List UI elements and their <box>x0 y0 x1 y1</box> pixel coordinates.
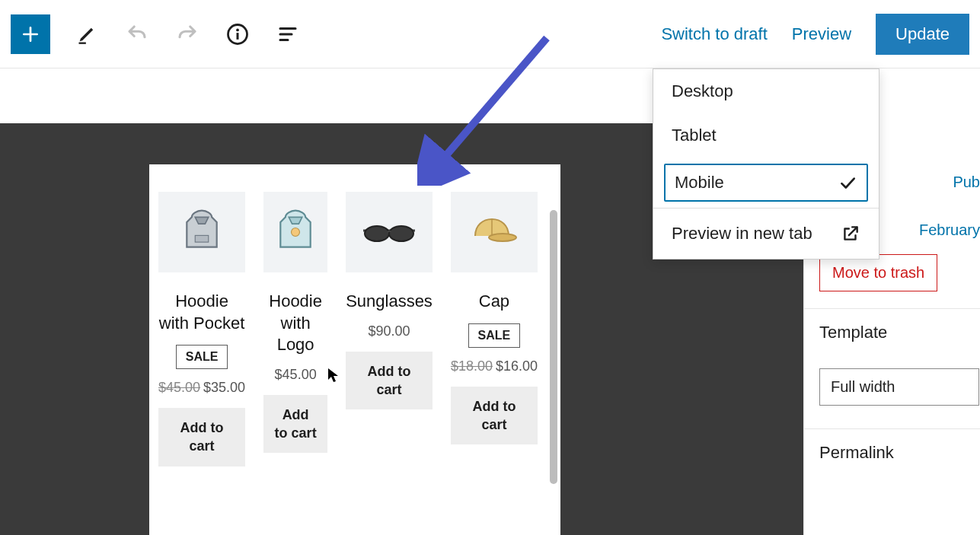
svg-rect-4 <box>195 235 209 242</box>
current-price: $16.00 <box>496 358 538 374</box>
edit-button[interactable] <box>73 21 101 48</box>
plus-icon <box>21 24 40 44</box>
product-card: Hoodie with Pocket SALE $45.00$35.00 Add… <box>158 192 245 467</box>
sale-badge: SALE <box>176 345 228 369</box>
move-to-trash-button[interactable]: Move to trash <box>819 254 937 291</box>
preview-mobile-label: Mobile <box>675 173 724 193</box>
sale-badge: SALE <box>468 323 521 348</box>
product-image <box>263 192 327 272</box>
mobile-preview-frame: Hoodie with Pocket SALE $45.00$35.00 Add… <box>149 164 560 535</box>
product-title: Hoodie with Pocket <box>158 291 245 334</box>
product-title: Sunglasses <box>346 291 433 313</box>
svg-point-2 <box>236 28 239 31</box>
external-link-icon <box>841 224 860 244</box>
product-price: $18.00$16.00 <box>451 358 538 374</box>
product-title: Cap <box>451 291 538 313</box>
current-price: $35.00 <box>203 380 245 395</box>
product-title: Hoodie with Logo <box>263 291 327 356</box>
product-grid: Hoodie with Pocket SALE $45.00$35.00 Add… <box>158 192 538 467</box>
redo-button[interactable] <box>174 21 201 48</box>
product-price: $45.00 <box>263 367 327 383</box>
preview-menu: Desktop Tablet Mobile Preview in new tab <box>653 68 879 260</box>
svg-point-8 <box>489 234 516 241</box>
template-section-title: Template <box>804 308 980 356</box>
add-to-cart-button[interactable]: Add to cart <box>263 395 327 454</box>
add-to-cart-button[interactable]: Add to cart <box>158 408 245 467</box>
product-image <box>158 192 245 272</box>
svg-point-5 <box>292 228 300 237</box>
check-icon <box>838 173 857 193</box>
add-to-cart-button[interactable]: Add to cart <box>451 387 538 445</box>
outline-icon <box>276 23 299 46</box>
product-image <box>346 192 433 272</box>
product-card: Cap SALE $18.00$16.00 Add to cart <box>451 192 538 467</box>
product-price: $90.00 <box>346 323 433 339</box>
product-price: $45.00$35.00 <box>158 380 245 396</box>
switch-to-draft-button[interactable]: Switch to draft <box>661 24 767 44</box>
redo-icon <box>176 23 199 46</box>
editor-toolbar: Switch to draft Preview Update <box>0 0 980 68</box>
cap-icon <box>468 213 521 251</box>
old-price: $18.00 <box>451 358 493 374</box>
svg-point-7 <box>389 226 413 241</box>
permalink-section-title: Permalink <box>804 428 980 476</box>
undo-icon <box>126 23 148 46</box>
scrollbar[interactable] <box>550 210 557 484</box>
preview-new-tab[interactable]: Preview in new tab <box>653 209 879 259</box>
product-card: Hoodie with Logo $45.00 Add to cart <box>263 192 327 467</box>
pencil-icon <box>76 24 97 45</box>
add-to-cart-button[interactable]: Add to cart <box>346 352 433 410</box>
update-button[interactable]: Update <box>876 14 969 55</box>
svg-point-6 <box>365 226 389 241</box>
preview-new-tab-label: Preview in new tab <box>672 224 812 244</box>
sunglasses-icon <box>359 217 420 247</box>
preview-button[interactable]: Preview <box>792 24 851 44</box>
preview-mobile[interactable]: Mobile <box>653 158 879 208</box>
product-image <box>451 192 538 272</box>
hoodie-icon <box>175 205 228 259</box>
undo-button[interactable] <box>123 21 151 48</box>
toolbar-right: Switch to draft Preview Update <box>661 14 969 55</box>
product-card: Sunglasses $90.00 Add to cart <box>346 192 433 467</box>
outline-button[interactable] <box>274 21 302 48</box>
current-price: $45.00 <box>275 367 317 382</box>
hoodie-logo-icon <box>269 205 322 259</box>
preview-tablet[interactable]: Tablet <box>653 113 879 158</box>
svg-rect-0 <box>79 42 86 43</box>
info-button[interactable] <box>224 21 251 48</box>
insert-block-button[interactable] <box>11 14 50 54</box>
preview-desktop[interactable]: Desktop <box>653 69 879 113</box>
current-price: $90.00 <box>368 323 410 339</box>
toolbar-left <box>11 14 302 54</box>
svg-rect-3 <box>237 33 239 40</box>
info-icon <box>226 23 249 46</box>
template-select[interactable]: Full width <box>819 368 979 406</box>
old-price: $45.00 <box>158 380 200 395</box>
